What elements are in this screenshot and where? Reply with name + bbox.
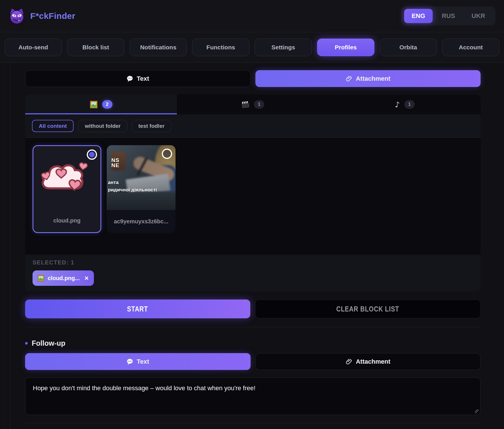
selected-summary: SELECTED: 1 cloud.png... ✕ <box>25 255 481 292</box>
language-switcher: ENG RUS UKR <box>401 7 495 25</box>
bottom-divider <box>25 423 481 423</box>
images-count-badge: 2 <box>102 100 112 109</box>
nav-tab-block-list[interactable]: Block list <box>67 39 124 56</box>
devil-icon <box>9 8 25 24</box>
folder-filter-row: All content without folder test fodler <box>25 114 481 138</box>
main-nav: Auto-send Block list Notifications Funct… <box>0 32 504 63</box>
nav-tab-account[interactable]: Account <box>442 39 499 56</box>
text-mode-label: Text <box>137 75 149 82</box>
panel-left-border <box>10 63 10 429</box>
left-hairline <box>3 63 4 429</box>
nav-tab-profiles[interactable]: Profiles <box>317 39 374 56</box>
nav-tab-auto-send[interactable]: Auto-send <box>5 39 62 56</box>
selected-file-name: cloud.png... <box>48 275 80 282</box>
nav-tab-orbita[interactable]: Orbita <box>380 39 437 56</box>
followup-attachment-mode-button[interactable]: Attachment <box>255 353 481 370</box>
tab-audio[interactable]: ♪ 1 <box>329 94 481 114</box>
nav-tab-functions[interactable]: Functions <box>192 39 249 56</box>
lang-button-ukr[interactable]: UKR <box>464 9 493 23</box>
followup-header: Follow-up <box>25 339 481 347</box>
media-card-photo[interactable]: NS NE анта ридичної діяльності ac9yemuyx… <box>107 145 176 233</box>
active-tab-underline <box>25 113 177 114</box>
followup-mode-toggle: Text Attachment <box>25 353 481 370</box>
nav-tab-notifications[interactable]: Notifications <box>130 39 187 56</box>
speech-bubble-icon <box>126 358 133 365</box>
actions-row: START CLEAR BLOCK LIST <box>25 300 481 318</box>
start-button[interactable]: START <box>25 300 250 318</box>
paperclip-icon <box>346 75 352 82</box>
followup-title: Follow-up <box>32 339 65 347</box>
media-filename: ac9yemuyxs3z6bc... <box>107 210 176 233</box>
videos-count-badge: 1 <box>254 100 264 109</box>
message-mode-toggle: Text Attachment <box>25 70 481 87</box>
followup-message-input[interactable]: Hope you don't mind the double message –… <box>25 377 481 415</box>
media-filename: cloud.png <box>33 209 100 232</box>
clear-block-list-button[interactable]: CLEAR BLOCK LIST <box>255 300 481 318</box>
app-header: F*ckFinder ENG RUS UKR <box>0 0 504 32</box>
media-radio-unselected[interactable] <box>162 149 172 159</box>
selected-count-label: SELECTED: 1 <box>33 259 473 266</box>
folder-chip-without-folder[interactable]: without folder <box>78 120 127 132</box>
attachment-mode-label: Attachment <box>356 75 390 82</box>
tab-videos[interactable]: 1 <box>177 94 329 114</box>
music-note-icon: ♪ <box>395 100 400 109</box>
speech-bubble-icon <box>126 75 133 82</box>
app-title: F*ckFinder <box>30 11 75 21</box>
media-type-tabs: 2 1 ♪ 1 <box>25 94 481 114</box>
section-divider <box>25 327 481 327</box>
image-icon <box>38 275 44 282</box>
attachment-mode-button[interactable]: Attachment <box>255 70 481 87</box>
attachment-picker-panel: 2 1 ♪ 1 <box>25 94 481 292</box>
audio-count-badge: 1 <box>404 100 415 109</box>
media-card-cloud[interactable]: cloud.png <box>33 145 101 233</box>
clapperboard-icon <box>241 100 249 108</box>
selected-file-chip[interactable]: cloud.png... ✕ <box>33 270 94 286</box>
folder-chip-test-fodler[interactable]: test fodler <box>132 120 171 132</box>
main-region: Text Attachment 2 <box>0 63 504 429</box>
tab-images[interactable]: 2 <box>25 94 177 114</box>
followup-text-mode-button[interactable]: Text <box>25 353 251 370</box>
paperclip-icon <box>346 358 352 365</box>
remove-selected-icon[interactable]: ✕ <box>84 275 89 282</box>
folder-chip-all-content[interactable]: All content <box>32 120 74 132</box>
photo-caption-text: анта ридичної діяльності <box>108 179 157 193</box>
nav-tab-settings[interactable]: Settings <box>255 39 312 56</box>
image-icon <box>90 101 98 108</box>
followup-attachment-label: Attachment <box>356 358 390 365</box>
text-mode-button[interactable]: Text <box>25 70 251 87</box>
media-grid: cloud.png NS NE <box>25 138 481 255</box>
followup-message-wrap: Hope you don't mind the double message –… <box>25 370 481 416</box>
photo-logo-text: NS NE <box>111 158 119 168</box>
bullet-icon <box>25 342 28 345</box>
lang-button-rus[interactable]: RUS <box>434 9 462 23</box>
followup-text-label: Text <box>137 358 149 365</box>
profiles-content: Text Attachment 2 <box>25 63 481 429</box>
lang-button-eng[interactable]: ENG <box>404 9 433 23</box>
media-radio-selected[interactable] <box>87 149 97 160</box>
